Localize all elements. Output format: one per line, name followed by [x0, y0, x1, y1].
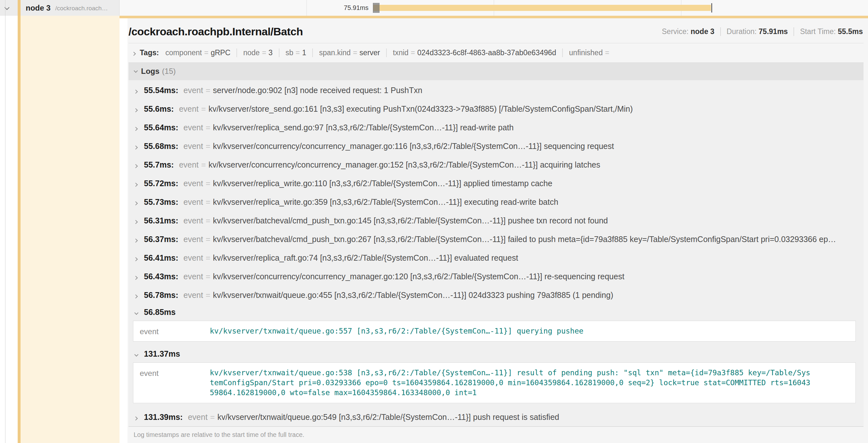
log-field-key: event [183, 235, 203, 244]
span-row[interactable]: node 3 /cockroach.roach… 75.91ms [0, 0, 868, 16]
tag-divider [386, 48, 387, 57]
log-field-value: kv/kvserver/concurrency/concurrency_mana… [209, 160, 600, 170]
log-marker-tick [379, 3, 379, 13]
equals-sign: = [203, 142, 213, 151]
logs-list: 55.54ms: event = server/node.go:902 [n3]… [128, 80, 864, 427]
log-timestamp: 56.31ms: [144, 216, 178, 225]
log-field-key: event [183, 253, 203, 263]
chevron-right-icon [134, 253, 144, 263]
log-field-value: kv/kvserver/replica_send.go:97 [n3,s3,r6… [213, 123, 514, 132]
logs-accordian-header[interactable]: Logs (15) [128, 62, 864, 80]
log-marker-tick [374, 3, 375, 13]
detail-top-accent-band [120, 16, 868, 18]
log-marker-tick [373, 3, 374, 13]
tag-divider [279, 48, 279, 57]
log-field-key: event [188, 412, 208, 422]
equals-sign: = [203, 197, 213, 207]
detail-color-strip [18, 16, 21, 443]
chevron-right-icon [134, 235, 144, 244]
log-field-value: kv/kvserver/batcheval/cmd_push_txn.go:14… [213, 216, 608, 225]
log-field-value: kv/kvserver/txnwait/queue.go:549 [n3,s3,… [217, 412, 559, 422]
log-timestamp: 55.73ms: [144, 197, 178, 207]
equals-sign: = [203, 235, 213, 244]
log-timestamp: 55.68ms: [144, 142, 178, 151]
log-timestamp: 131.39ms: [144, 412, 183, 422]
log-field-value: kv/kvserver/concurrency/concurrency_mana… [213, 142, 614, 151]
log-timestamp: 131.37ms [144, 349, 180, 359]
log-entry-row[interactable]: 55.64ms: event = kv/kvserver/replica_sen… [128, 118, 864, 137]
log-entry-row[interactable]: 56.41ms: event = kv/kvserver/replica_raf… [128, 248, 864, 267]
chevron-right-icon [134, 216, 144, 225]
timeline-viewport[interactable]: 75.91ms [120, 0, 868, 16]
tag-item: unfinished= [569, 48, 611, 57]
equals-sign: = [203, 86, 213, 95]
span-duration-label: 75.91ms [304, 0, 369, 16]
log-entry-row[interactable]: 55.72ms: event = kv/kvserver/replica_wri… [128, 174, 864, 193]
log-entry-row[interactable]: 131.39ms: event = kv/kvserver/txnwait/qu… [128, 408, 864, 426]
log-timestamp: 55.6ms: [144, 104, 174, 114]
log-field-key: event [183, 291, 203, 300]
log-field-value: kv/kvserver/store_send.go:161 [n3,s3] ex… [209, 104, 633, 114]
span-name-column[interactable]: node 3 /cockroach.roach… [0, 0, 120, 16]
log-entry-row[interactable]: 55.6ms: event = kv/kvserver/store_send.g… [128, 100, 864, 118]
equals-sign: = [203, 291, 213, 300]
chevron-right-icon [134, 291, 144, 300]
log-entry-row[interactable]: 55.73ms: event = kv/kvserver/replica_wri… [128, 193, 864, 211]
chevron-right-icon [134, 272, 144, 281]
log-field-value: kv/kvserver/replica_write.go:359 [n3,s3,… [213, 197, 558, 207]
equals-sign: = [603, 48, 611, 57]
log-field-key: event [179, 160, 198, 170]
chevron-down-icon [134, 308, 144, 317]
equals-sign: = [203, 253, 213, 263]
equals-sign: = [203, 216, 213, 225]
equals-sign: = [409, 48, 417, 57]
log-timestamp: 55.72ms: [144, 179, 178, 188]
log-field-key: event [183, 123, 203, 132]
tag-item: component=gRPC [165, 48, 231, 57]
tag-item: sb=1 [286, 48, 307, 57]
log-field-value: kv/kvserver/batcheval/cmd_push_txn.go:26… [213, 235, 836, 244]
span-detail-panel: /cockroach.roachpb.Internal/Batch Servic… [127, 18, 868, 443]
chevron-right-icon [132, 48, 135, 57]
tags-list: component=gRPC node=3 sb=1 span.kind=ser… [165, 48, 612, 57]
chevron-down-icon [134, 349, 144, 359]
log-detail-box: event kv/kvserver/txnwait/queue.go:557 [… [133, 321, 856, 342]
log-timestamp: 56.85ms [144, 308, 176, 317]
tag-item: span.kind=server [319, 48, 380, 57]
tag-divider [562, 48, 563, 57]
detail-row-tint [21, 16, 120, 443]
span-duration-bar[interactable] [374, 5, 711, 11]
log-field-key: event [183, 142, 203, 151]
tags-accordian[interactable]: Tags: component=gRPC node=3 sb=1 span.ki… [128, 43, 864, 62]
log-timestamp: 55.7ms: [144, 160, 174, 170]
equals-sign: = [351, 48, 360, 57]
tag-item: node=3 [243, 48, 272, 57]
log-entry-row[interactable]: 55.54ms: event = server/node.go:902 [n3]… [128, 81, 864, 100]
chevron-right-icon [134, 123, 144, 132]
log-field-value: kv/kvserver/txnwait/queue.go:538 [n3,s3,… [210, 368, 814, 398]
stat-duration: Duration: 75.91ms [720, 27, 788, 36]
log-field-value: kv/kvserver/txnwait/queue.go:557 [n3,s3,… [210, 326, 583, 336]
log-entry-row[interactable]: 56.43ms: event = kv/kvserver/concurrency… [128, 267, 864, 286]
logs-footer-note: Log timestamps are relative to the start… [128, 427, 864, 443]
log-entry-row[interactable]: 55.68ms: event = kv/kvserver/concurrency… [128, 137, 864, 156]
tag-item: txnid=024d3323-6c8f-4863-aa8b-37ab0e6349… [393, 48, 556, 57]
equals-sign: = [293, 48, 302, 57]
log-marker-tick [377, 3, 377, 13]
log-marker-tick [376, 3, 376, 13]
log-entry-row[interactable]: 55.7ms: event = kv/kvserver/concurrency/… [128, 156, 864, 174]
log-field-value: server/node.go:902 [n3] node received re… [213, 86, 423, 95]
log-entry-row[interactable]: 56.37ms: event = kv/kvserver/batcheval/c… [128, 230, 864, 248]
log-entry-row[interactable]: 56.31ms: event = kv/kvserver/batcheval/c… [128, 211, 864, 230]
log-detail-box: event kv/kvserver/txnwait/queue.go:538 [… [133, 363, 856, 403]
tag-divider [237, 48, 237, 57]
chevron-right-icon [134, 197, 144, 207]
log-entry-row[interactable]: 131.37ms [128, 346, 864, 362]
log-entry-row[interactable]: 56.78ms: event = kv/kvserver/txnwait/que… [128, 286, 864, 304]
log-entry-row[interactable]: 56.85ms [128, 304, 864, 320]
operation-name: /cockroach.roach… [55, 0, 108, 16]
log-marker-tick-end [711, 3, 712, 12]
log-field-value: kv/kvserver/concurrency/concurrency_mana… [213, 272, 624, 281]
tag-divider [312, 48, 313, 57]
log-marker-tick [378, 3, 378, 13]
